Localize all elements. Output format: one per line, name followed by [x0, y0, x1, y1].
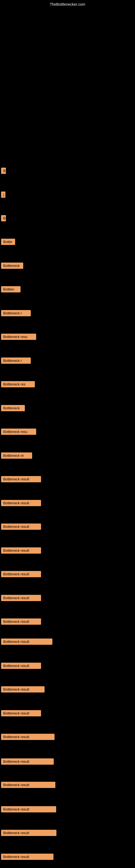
bottleneck-result-item[interactable]: Bottleneck result: [1, 782, 55, 788]
bottleneck-result-item[interactable]: Bottleneck result: [1, 806, 56, 812]
bottleneck-result-item[interactable]: Bottleneck result: [1, 547, 41, 554]
bottleneck-result-item[interactable]: Bottleneck result: [1, 663, 41, 669]
bottleneck-result-item[interactable]: Bottleneck result: [1, 500, 41, 506]
bottleneck-result-item[interactable]: B: [1, 167, 6, 174]
bottleneck-result-item[interactable]: Bottleneck result: [1, 758, 54, 765]
bottleneck-result-item[interactable]: Bottleneck result: [1, 854, 53, 860]
bottleneck-result-item[interactable]: Bottleneck result: [1, 686, 45, 692]
bottleneck-result-item[interactable]: Bottleneck result: [1, 595, 41, 601]
bottleneck-result-item[interactable]: Bottleneck result: [1, 710, 41, 716]
bottleneck-result-item[interactable]: Bottleneck: [1, 262, 23, 269]
bottleneck-result-item[interactable]: Bottleneck res: [1, 381, 35, 388]
bottleneck-result-item[interactable]: Bottleneck result: [1, 618, 41, 625]
bottleneck-result-item[interactable]: Bottlen: [1, 286, 20, 292]
bottleneck-result-item[interactable]: Bottleneck resu: [1, 429, 36, 435]
bottleneck-result-item[interactable]: Bottleneck: [1, 405, 25, 411]
bottleneck-result-item[interactable]: Bottleneck result: [1, 524, 41, 530]
bottleneck-result-item[interactable]: Bottleneck result: [1, 571, 41, 577]
bottleneck-result-item[interactable]: Bottleneck result: [1, 639, 52, 645]
bottleneck-result-item[interactable]: Bottleneck r: [1, 358, 31, 364]
bottleneck-result-item[interactable]: |: [1, 191, 5, 198]
bottleneck-result-item[interactable]: Bottleneck result: [1, 476, 41, 482]
bottleneck-result-item[interactable]: B: [1, 215, 6, 221]
bottleneck-result-item[interactable]: Bottleneck resu: [1, 334, 36, 340]
bottleneck-result-item[interactable]: Bottle: [1, 239, 15, 245]
bottleneck-result-item[interactable]: Bottleneck result: [1, 734, 54, 740]
site-title: TheBottlenecker.com: [50, 2, 85, 6]
bottleneck-result-item[interactable]: Bottleneck result: [1, 830, 56, 836]
bottleneck-result-item[interactable]: Bottleneck r: [1, 310, 31, 316]
bottleneck-result-item[interactable]: Bottleneck re: [1, 453, 32, 459]
